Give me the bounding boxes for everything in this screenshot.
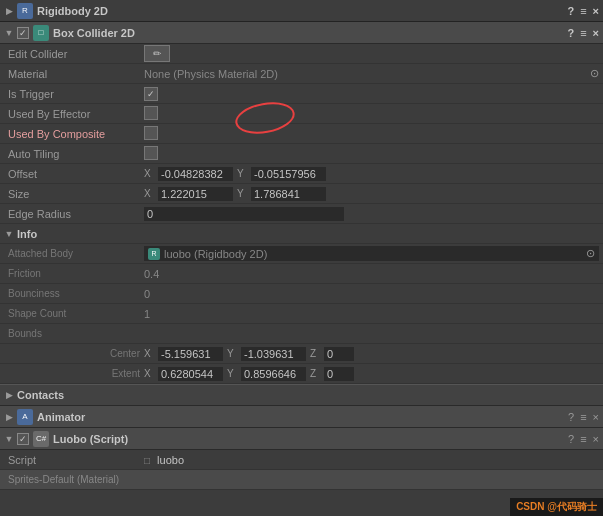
bounciness-text: 0 [144,288,150,300]
rigidbody-help-icon[interactable]: ? [567,5,574,17]
used-by-effector-checkbox[interactable] [144,106,158,120]
luobo-script-header-icons: ? ≡ × [568,433,599,445]
animator-menu-icon[interactable]: ≡ [580,411,586,423]
animator-help-icon[interactable]: ? [568,411,574,423]
rigidbody-arrow-icon[interactable]: ▶ [4,6,14,16]
size-y-label: Y [237,188,247,199]
is-trigger-checkbox[interactable] [144,87,158,101]
luobo-script-help-icon[interactable]: ? [568,433,574,445]
box-collider-icon: □ [33,25,49,41]
used-by-composite-label: Used By Composite [4,128,144,140]
script-value-container: □ luobo [144,454,599,466]
used-by-composite-value [144,126,599,142]
rigidbody-close-icon[interactable]: × [593,5,599,17]
luobo-script-icon: C# [33,431,49,447]
animator-arrow-icon[interactable]: ▶ [4,412,14,422]
size-label: Size [4,188,144,200]
luobo-script-close-icon[interactable]: × [593,433,599,445]
auto-tiling-value [144,146,599,162]
used-by-composite-row: Used By Composite [0,124,603,144]
extent-z-input[interactable] [324,367,354,381]
script-value: luobo [157,454,184,466]
auto-tiling-row: Auto Tiling [0,144,603,164]
friction-value: 0.4 [144,268,599,280]
center-row: Center X Y Z [0,344,603,364]
is-trigger-row: Is Trigger [0,84,603,104]
offset-x-input[interactable] [158,167,233,181]
offset-row: Offset X Y [0,164,603,184]
extent-label: Extent [4,368,144,379]
auto-tiling-label: Auto Tiling [4,148,144,160]
attached-body-label: Attached Body [4,248,144,259]
box-collider-header-icons: ? ≡ × [567,27,599,39]
extent-y-label: Y [227,368,237,379]
edge-radius-value [144,207,599,221]
edge-radius-input[interactable] [144,207,344,221]
center-x-input[interactable] [158,347,223,361]
extent-y-input[interactable] [241,367,306,381]
attached-body-value: luobo (Rigidbody 2D) [164,248,267,260]
box-collider-title: Box Collider 2D [53,27,135,39]
used-by-effector-label: Used By Effector [4,108,144,120]
extent-x-input[interactable] [158,367,223,381]
animator-header: ▶ A Animator ? ≡ × [0,406,603,428]
rigidbody-header-icons: ? ≡ × [567,5,599,17]
animator-close-icon[interactable]: × [593,411,599,423]
sprites-label: Sprites-Default (Material) [4,474,144,485]
edit-collider-button[interactable]: ✏ [144,45,170,62]
offset-x-label: X [144,168,154,179]
rigidbody-menu-icon[interactable]: ≡ [580,5,586,17]
attached-body-link-icon[interactable]: ⊙ [586,247,595,260]
friction-text: 0.4 [144,268,159,280]
material-label: Material [4,68,144,80]
center-label: Center [4,348,144,359]
rigidbody-small-icon: R [148,248,160,260]
size-row: Size X Y [0,184,603,204]
extent-z-label: Z [310,368,320,379]
edit-collider-label: Edit Collider [4,48,144,60]
auto-tiling-checkbox[interactable] [144,146,158,160]
box-collider-arrow-icon[interactable]: ▼ [4,28,14,38]
attached-body-row: Attached Body R luobo (Rigidbody 2D) ⊙ [0,244,603,264]
rigidbody-header: ▶ R Rigidbody 2D ? ≡ × [0,0,603,22]
offset-y-input[interactable] [251,167,326,181]
bounciness-row: Bounciness 0 [0,284,603,304]
size-x-label: X [144,188,154,199]
luobo-script-menu-icon[interactable]: ≡ [580,433,586,445]
luobo-script-enabled-checkbox[interactable] [17,433,29,445]
box-collider-enabled-checkbox[interactable] [17,27,29,39]
box-collider-close-icon[interactable]: × [593,27,599,39]
watermark: CSDN @代码骑士 [510,498,603,516]
center-y-label: Y [227,348,237,359]
center-z-label: Z [310,348,320,359]
used-by-composite-checkbox[interactable] [144,126,158,140]
size-values: X Y [144,187,599,201]
luobo-script-title: Luobo (Script) [53,433,128,445]
shape-count-value: 1 [144,308,599,320]
info-label: Info [17,228,37,240]
animator-title: Animator [37,411,85,423]
edit-collider-value: ✏ [144,45,599,62]
center-z-input[interactable] [324,347,354,361]
info-arrow-icon[interactable]: ▼ [4,229,14,239]
size-y-input[interactable] [251,187,326,201]
friction-row: Friction 0.4 [0,264,603,284]
rigidbody-title: Rigidbody 2D [37,5,108,17]
luobo-script-arrow-icon[interactable]: ▼ [4,434,14,444]
bounciness-label: Bounciness [4,288,144,299]
box-collider-help-icon[interactable]: ? [567,27,574,39]
offset-values: X Y [144,167,599,181]
size-x-input[interactable] [158,187,233,201]
box-collider-menu-icon[interactable]: ≡ [580,27,586,39]
script-row: Script □ luobo [0,450,603,470]
shape-count-text: 1 [144,308,150,320]
luobo-script-header: ▼ C# Luobo (Script) ? ≡ × [0,428,603,450]
center-y-input[interactable] [241,347,306,361]
center-x-label: X [144,348,154,359]
info-section-header: ▼ Info [0,224,603,244]
bounds-label: Bounds [4,328,144,339]
material-link-icon[interactable]: ⊙ [590,67,599,80]
contacts-arrow-icon[interactable]: ▶ [4,390,14,400]
material-value: None (Physics Material 2D) [144,68,278,80]
bounciness-value: 0 [144,288,599,300]
